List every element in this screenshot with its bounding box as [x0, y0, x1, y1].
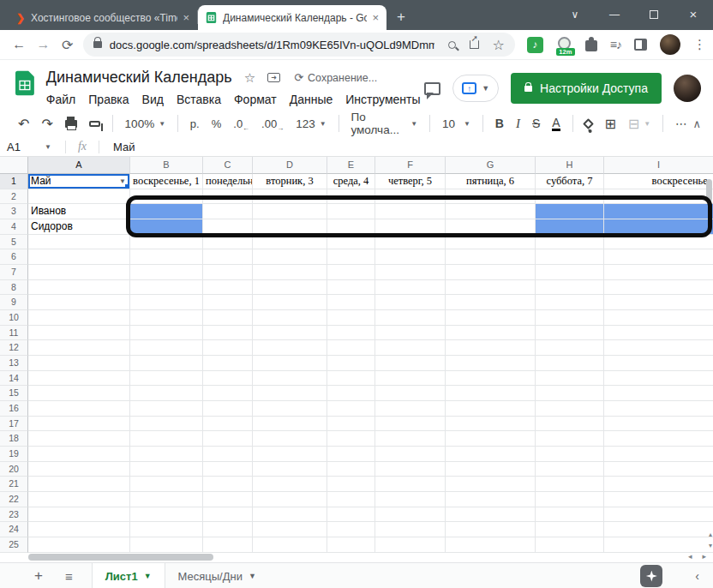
cell-D10[interactable]: [253, 310, 327, 326]
cell-F20[interactable]: [375, 462, 446, 477]
cell-D1[interactable]: вторник, 3: [253, 174, 327, 189]
cell-G12[interactable]: [446, 340, 536, 356]
cell-E19[interactable]: [327, 447, 375, 462]
cell-G9[interactable]: [446, 295, 536, 310]
menu-item-5[interactable]: Данные: [290, 93, 333, 106]
share-page-icon[interactable]: [470, 40, 479, 49]
cell-A7[interactable]: [28, 265, 130, 280]
cell-E7[interactable]: [327, 265, 375, 280]
cell-A17[interactable]: [28, 417, 130, 432]
cell-E3[interactable]: [327, 204, 375, 219]
cell-G23[interactable]: [446, 507, 536, 523]
bookmark-star-icon[interactable]: ☆: [493, 37, 505, 53]
cell-G16[interactable]: [446, 401, 536, 417]
cell-B21[interactable]: [130, 477, 203, 492]
cell-I23[interactable]: [604, 507, 713, 523]
row-header-14[interactable]: 14: [0, 371, 28, 387]
cell-G18[interactable]: [446, 431, 536, 447]
cell-H8[interactable]: [536, 280, 604, 296]
cell-G15[interactable]: [446, 386, 536, 401]
browser-profile-avatar[interactable]: [660, 34, 680, 55]
side-panel-icon[interactable]: [634, 39, 647, 51]
name-box-caret-icon[interactable]: ▼: [45, 143, 51, 151]
cell-H19[interactable]: [536, 447, 604, 462]
row-header-9[interactable]: 9: [0, 295, 28, 310]
cell-F22[interactable]: [375, 492, 446, 507]
cell-F17[interactable]: [375, 417, 446, 432]
cell-H17[interactable]: [536, 417, 604, 432]
row-header-20[interactable]: 20: [0, 462, 28, 477]
cell-D22[interactable]: [253, 492, 327, 507]
cell-A20[interactable]: [28, 462, 130, 477]
cell-E14[interactable]: [327, 371, 375, 387]
close-button[interactable]: ×: [674, 0, 713, 28]
menu-item-2[interactable]: Вид: [142, 93, 164, 106]
cell-I18[interactable]: [604, 431, 713, 447]
cell-C17[interactable]: [203, 417, 253, 432]
cell-A25[interactable]: [28, 537, 130, 553]
merge-cells-icon[interactable]: ⊟▼: [628, 116, 650, 132]
cell-B25[interactable]: [130, 537, 203, 553]
cell-F21[interactable]: [375, 477, 446, 492]
cell-F14[interactable]: [375, 371, 446, 387]
cell-E20[interactable]: [327, 462, 375, 477]
cell-H4[interactable]: [536, 219, 604, 235]
font-size-select[interactable]: 10▼: [442, 117, 470, 130]
cell-C7[interactable]: [203, 265, 253, 280]
cell-I6[interactable]: [604, 249, 713, 265]
cell-D7[interactable]: [253, 265, 327, 280]
cell-C8[interactable]: [203, 280, 253, 296]
cell-A1[interactable]: Май▼: [28, 174, 130, 189]
cell-I17[interactable]: [604, 417, 713, 432]
cell-F12[interactable]: [375, 340, 446, 356]
reload-icon[interactable]: ⟳: [56, 37, 80, 53]
cell-B8[interactable]: [130, 280, 203, 296]
fill-handle[interactable]: [125, 184, 129, 189]
cell-C6[interactable]: [203, 249, 253, 265]
row-header-5[interactable]: 5: [0, 235, 28, 250]
cell-H1[interactable]: суббота, 7: [536, 174, 604, 189]
undo-icon[interactable]: ↶: [18, 116, 29, 132]
cell-H3[interactable]: [536, 204, 604, 219]
cell-C15[interactable]: [203, 386, 253, 401]
cell-F16[interactable]: [375, 401, 446, 417]
row-header-22[interactable]: 22: [0, 492, 28, 507]
cell-E13[interactable]: [327, 356, 375, 371]
cell-I24[interactable]: [604, 522, 713, 537]
cell-F15[interactable]: [375, 386, 446, 401]
cell-A4[interactable]: Сидоров: [28, 219, 130, 235]
cell-C13[interactable]: [203, 356, 253, 371]
decrease-decimal-button[interactable]: .0←: [233, 117, 249, 130]
borders-icon[interactable]: ⊞: [604, 116, 615, 132]
row-header-25[interactable]: 25: [0, 537, 28, 553]
row-header-13[interactable]: 13: [0, 356, 28, 371]
row-header-21[interactable]: 21: [0, 477, 28, 492]
fill-color-icon[interactable]: [584, 120, 592, 128]
cell-I22[interactable]: [604, 492, 713, 507]
cell-H12[interactable]: [536, 340, 604, 356]
url-text[interactable]: docs.google.com/spreadsheets/d/1Rm09KE65…: [110, 39, 434, 51]
cell-A5[interactable]: [28, 235, 130, 250]
cell-F2[interactable]: [375, 189, 446, 205]
share-access-button[interactable]: Настройки Доступа: [511, 73, 662, 104]
cell-F24[interactable]: [375, 522, 446, 537]
cell-D24[interactable]: [253, 522, 327, 537]
cell-D15[interactable]: [253, 386, 327, 401]
select-all-corner[interactable]: [0, 157, 28, 174]
cell-A14[interactable]: [28, 371, 130, 387]
vertical-scroll-arrows[interactable]: ▴▾: [709, 531, 712, 549]
cell-I19[interactable]: [604, 447, 713, 462]
cell-B14[interactable]: [130, 371, 203, 387]
cell-D5[interactable]: [253, 235, 327, 250]
cell-I15[interactable]: [604, 386, 713, 401]
cell-H13[interactable]: [536, 356, 604, 371]
vertical-scrollbar-thumb[interactable]: [706, 179, 712, 201]
cell-I2[interactable]: [604, 189, 713, 205]
column-header-F[interactable]: F: [375, 157, 446, 174]
menu-item-3[interactable]: Вставка: [177, 93, 221, 106]
cell-E8[interactable]: [327, 280, 375, 296]
cell-G11[interactable]: [446, 326, 536, 341]
cell-A24[interactable]: [28, 522, 130, 537]
cell-A3[interactable]: Иванов: [28, 204, 130, 219]
cell-I11[interactable]: [604, 326, 713, 341]
